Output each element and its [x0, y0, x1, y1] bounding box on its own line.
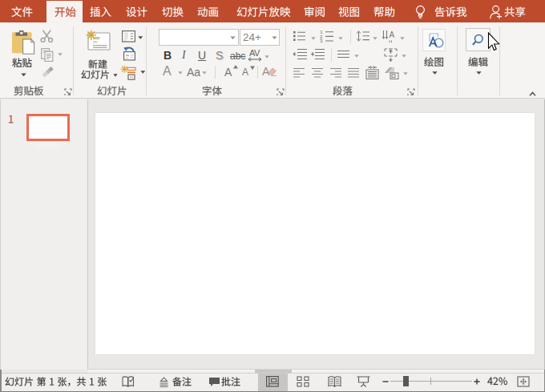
- svg-text:A: A: [390, 30, 395, 39]
- svg-text:3: 3: [320, 38, 323, 42]
